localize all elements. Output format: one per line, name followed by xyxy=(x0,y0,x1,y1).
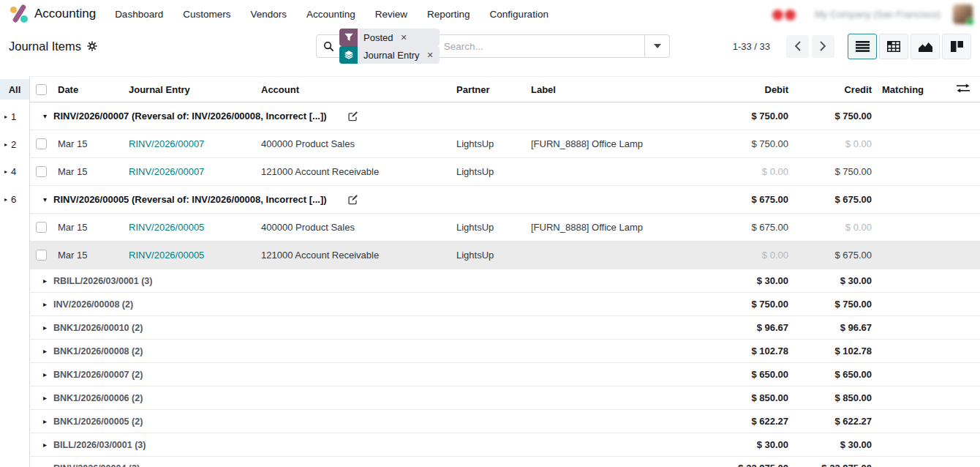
journal-entry-group-row[interactable]: ▾RINV/2026/00007 (Reversal of: INV/2026/… xyxy=(30,102,980,130)
expand-caret-icon[interactable]: ▸ xyxy=(4,168,7,175)
journal-entry-group-row[interactable]: ▸RBILL/2026/03/0001 (3)$ 30.00$ 30.00 xyxy=(30,269,980,293)
collapse-caret-icon[interactable]: ▸ xyxy=(43,464,53,467)
journal-entry-link[interactable]: RINV/2026/00007 xyxy=(129,138,204,149)
nav-menu-dashboard[interactable]: Dashboard xyxy=(115,9,163,20)
user-avatar[interactable] xyxy=(953,4,973,24)
amount-value: $ 622.27 xyxy=(751,416,788,427)
journal-item-row[interactable]: Mar 15RINV/2026/00005121000 Account Rece… xyxy=(30,242,980,269)
pager-previous-button[interactable] xyxy=(786,35,809,58)
row-checkbox[interactable] xyxy=(36,222,47,233)
column-header-account[interactable]: Account xyxy=(255,84,451,95)
facet-remove-icon[interactable]: ✕ xyxy=(426,51,440,60)
journal-entry-group-row[interactable]: ▸BNK1/2026/00007 (2)$ 650.00$ 650.00 xyxy=(30,363,980,386)
collapse-caret-icon[interactable]: ▸ xyxy=(43,417,53,425)
search-facet-journal-entry[interactable]: Journal Entry✕ xyxy=(339,46,440,64)
row-checkbox[interactable] xyxy=(36,250,47,261)
nav-menu-review[interactable]: Review xyxy=(375,9,407,20)
journal-entry-group-row[interactable]: ▸BNK1/2026/00006 (2)$ 850.00$ 850.00 xyxy=(30,386,980,410)
collapse-caret-icon[interactable]: ▸ xyxy=(43,277,53,285)
kanban-view-button[interactable] xyxy=(942,34,971,59)
amount-value: $ 0.00 xyxy=(845,138,872,149)
edit-entry-icon[interactable] xyxy=(347,194,358,205)
collapse-caret-icon[interactable]: ▸ xyxy=(43,441,53,449)
edit-entry-icon[interactable] xyxy=(347,111,358,122)
journal-item-row[interactable]: Mar 15RINV/2026/00007121000 Account Rece… xyxy=(30,158,980,186)
nav-menu-configuration[interactable]: Configuration xyxy=(490,9,549,20)
sidebar-group-label: 1 xyxy=(11,111,16,122)
row-checkbox-cell xyxy=(30,138,52,149)
account-cell: 121000 Account Receivable xyxy=(255,250,451,261)
collapse-caret-icon[interactable]: ▸ xyxy=(43,347,53,355)
nav-menu-reporting[interactable]: Reporting xyxy=(427,9,470,20)
facet-remove-icon[interactable]: ✕ xyxy=(399,33,412,42)
column-header-credit[interactable]: Credit xyxy=(799,84,882,95)
sidebar-group-all[interactable]: All xyxy=(0,79,29,100)
pager-next-button[interactable] xyxy=(812,35,834,58)
pivot-view-button[interactable] xyxy=(879,34,908,59)
debit-cell: $ 750.00 xyxy=(711,138,799,149)
journal-item-row[interactable]: Mar 15RINV/2026/00007400000 Product Sale… xyxy=(30,130,980,158)
facet-label: Posted xyxy=(358,32,399,43)
column-header-journal-entry[interactable]: Journal Entry xyxy=(123,84,255,95)
column-header-date[interactable]: Date xyxy=(52,84,123,95)
app-brand[interactable]: Accounting xyxy=(10,5,96,23)
expand-caret-icon[interactable]: ▸ xyxy=(4,113,7,120)
column-header-partner[interactable]: Partner xyxy=(451,84,525,95)
group-credit-cell: $ 622.27 xyxy=(799,416,882,427)
column-header-label[interactable]: Label xyxy=(525,84,711,95)
graph-view-button[interactable] xyxy=(911,34,940,59)
expand-caret-icon[interactable]: ▸ xyxy=(4,141,7,148)
journal-entry-group-row[interactable]: ▾RINV/2026/00005 (Reversal of: INV/2026/… xyxy=(30,186,980,214)
group-credit-cell: $ 30.00 xyxy=(799,275,882,286)
sidebar-group-4[interactable]: ▸4 xyxy=(0,162,29,182)
row-checkbox-cell xyxy=(30,166,52,177)
row-checkbox[interactable] xyxy=(36,166,47,177)
journal-entry-link[interactable]: RINV/2026/00007 xyxy=(129,166,204,177)
group-debit-cell: $ 675.00 xyxy=(711,194,799,205)
group-title: RINV/2026/00007 (Reversal of: INV/2026/0… xyxy=(53,111,327,122)
company-name[interactable]: My Company (San Francisco) xyxy=(815,9,941,20)
group-title: BILL/2026/03/0001 (3) xyxy=(53,440,146,450)
header-checkbox-cell xyxy=(30,84,52,95)
list-view-button[interactable] xyxy=(848,34,877,59)
amount-value: $ 650.00 xyxy=(751,369,788,380)
search-facet-posted[interactable]: Posted✕ xyxy=(339,29,440,46)
search-bar[interactable]: Posted✕Journal Entry✕ xyxy=(316,34,670,58)
group-credit-cell: $ 750.00 xyxy=(799,111,882,122)
adjust-columns-icon[interactable] xyxy=(957,84,970,95)
journal-entry-link[interactable]: RINV/2026/00005 xyxy=(129,250,204,261)
amount-value: $ 30.00 xyxy=(840,275,872,286)
journal-entry-group-row[interactable]: ▸BILL/2026/03/0001 (3)$ 30.00$ 30.00 xyxy=(30,433,980,457)
journal-entry-group-row[interactable]: ▸BNK1/2026/00008 (2)$ 102.78$ 102.78 xyxy=(30,340,980,363)
expand-caret-icon[interactable]: ▾ xyxy=(43,195,53,203)
sidebar-group-2[interactable]: ▸2 xyxy=(0,134,29,154)
collapse-caret-icon[interactable]: ▸ xyxy=(43,324,53,332)
collapse-caret-icon[interactable]: ▸ xyxy=(43,394,53,402)
search-input[interactable] xyxy=(444,41,644,52)
nav-menu-vendors[interactable]: Vendors xyxy=(250,9,287,20)
column-header-debit[interactable]: Debit xyxy=(711,84,799,95)
nav-menu-accounting[interactable]: Accounting xyxy=(306,9,355,20)
journal-entry-link[interactable]: RINV/2026/00005 xyxy=(129,222,204,233)
filter-icon xyxy=(339,29,358,46)
journal-item-row[interactable]: Mar 15RINV/2026/00005400000 Product Sale… xyxy=(30,214,980,242)
collapse-caret-icon[interactable]: ▸ xyxy=(43,300,53,308)
expand-caret-icon[interactable]: ▸ xyxy=(4,196,7,203)
sidebar-group-1[interactable]: ▸1 xyxy=(0,107,29,127)
notifications-badge xyxy=(785,10,796,20)
search-options-toggle[interactable] xyxy=(644,35,669,57)
sidebar-group-label: 2 xyxy=(11,139,16,150)
search-icon xyxy=(323,41,334,52)
sidebar-group-6[interactable]: ▸6 xyxy=(0,189,29,209)
journal-entry-group-row[interactable]: ▸BNK1/2026/00010 (2)$ 96.67$ 96.67 xyxy=(30,316,980,340)
select-all-checkbox[interactable] xyxy=(36,84,47,95)
collapse-caret-icon[interactable]: ▸ xyxy=(43,370,53,378)
row-checkbox[interactable] xyxy=(36,138,47,149)
nav-menu-customers[interactable]: Customers xyxy=(183,9,230,20)
expand-caret-icon[interactable]: ▾ xyxy=(43,112,53,120)
journal-entry-group-row[interactable]: ▸RINV/2026/00004 (2)$ 23,975.00$ 23,975.… xyxy=(30,457,980,467)
journal-entry-group-row[interactable]: ▸INV/2026/00008 (2)$ 750.00$ 750.00 xyxy=(30,293,980,316)
journal-entry-group-row[interactable]: ▸BNK1/2026/00005 (2)$ 622.27$ 622.27 xyxy=(30,410,980,433)
settings-gear-icon[interactable] xyxy=(87,41,97,51)
column-header-matching[interactable]: Matching xyxy=(882,84,945,95)
